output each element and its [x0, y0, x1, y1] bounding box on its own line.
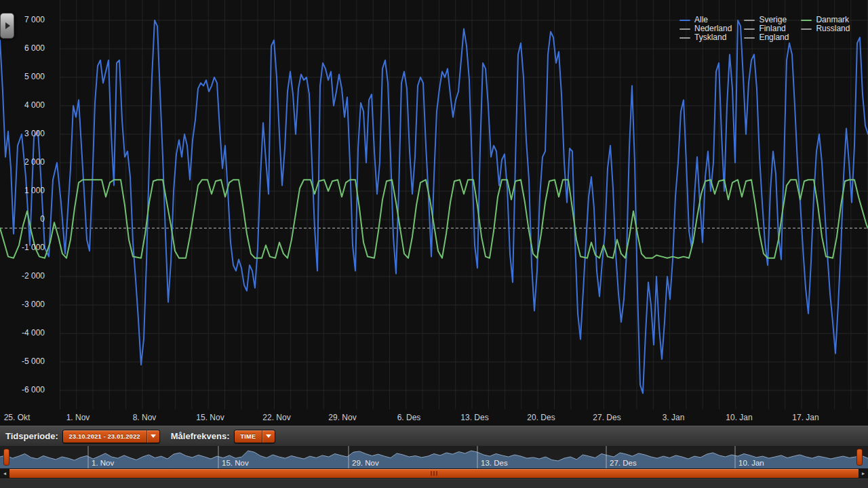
legend-item-england[interactable]: England — [744, 33, 789, 42]
y-axis-label: 1 000 — [0, 186, 45, 195]
y-axis-label: -2 000 — [0, 271, 45, 281]
footer-strip — [0, 479, 868, 488]
navigator-axis-label: 15. Nov — [222, 459, 249, 467]
legend-dash-icon — [801, 20, 812, 21]
navigator: 1. Nov15. Nov29. Nov13. Des27. Des10. Ja… — [0, 446, 868, 468]
legend-label: England — [759, 33, 789, 42]
x-axis-label: 17. Jan — [792, 413, 818, 422]
x-axis-label: 13. Des — [460, 413, 488, 422]
x-axis-label: 25. Okt — [4, 413, 31, 422]
x-axis-label: 1. Nov — [66, 413, 90, 422]
tidsperiode-value: 23.10.2021 - 23.01.2022 — [63, 430, 146, 443]
navigator-chart[interactable]: 1. Nov15. Nov29. Nov13. Des27. Des10. Ja… — [0, 446, 868, 468]
sidebar-expander-button[interactable] — [0, 13, 14, 39]
legend-item-tyskland[interactable]: Tyskland — [679, 33, 732, 42]
y-axis-label: -3 000 — [0, 300, 45, 309]
malefrekvens-label: Målefrekvens: — [171, 431, 230, 441]
series-alle[interactable] — [0, 20, 868, 393]
legend-label: Russland — [816, 24, 850, 33]
malefrekvens-value: TIME — [235, 430, 262, 443]
chevron-down-icon — [262, 430, 275, 443]
x-axis-label: 3. Jan — [663, 413, 685, 422]
legend-column: AlleNederlandTyskland — [679, 16, 732, 42]
y-axis-label: -1 000 — [0, 243, 45, 252]
x-axis-label: 8. Nov — [133, 413, 157, 422]
main-chart: 7 0006 0005 0004 0003 0002 0001 0000-1 0… — [0, 0, 868, 426]
legend-dash-icon — [744, 28, 755, 30]
toolbar: Tidsperiode: 23.10.2021 - 23.01.2022 Mål… — [0, 426, 868, 446]
navigator-handle-left[interactable] — [3, 449, 9, 466]
x-axis-label: 27. Des — [593, 413, 620, 422]
chevron-right-icon — [5, 22, 10, 29]
tidsperiode-dropdown[interactable]: 23.10.2021 - 23.01.2022 — [62, 430, 160, 443]
legend: AlleNederlandTysklandSverigeFinlandEngla… — [679, 16, 850, 42]
scrollbar-left-arrow-button[interactable]: ◂ — [0, 468, 9, 479]
legend-dash-icon — [679, 20, 690, 21]
y-axis-label: 2 000 — [0, 157, 45, 167]
y-axis-label: 3 000 — [0, 129, 45, 138]
y-axis-label: 5 000 — [0, 72, 45, 81]
navigator-axis-label: 13. Des — [481, 459, 508, 467]
navigator-axis-label: 10. Jan — [738, 459, 764, 467]
x-axis-label: 6. Des — [397, 413, 421, 422]
scrollbar-right-arrow-button[interactable]: ▸ — [859, 468, 868, 479]
x-axis-label: 22. Nov — [262, 413, 290, 422]
scrollbar: ◂ ▸ — [0, 468, 868, 479]
arrow-right-icon: ▸ — [862, 471, 865, 476]
y-axis-label: -5 000 — [0, 357, 45, 366]
x-axis-label: 10. Jan — [726, 413, 752, 422]
x-axis-label: 20. Des — [527, 413, 555, 422]
legend-label: Tyskland — [694, 33, 726, 42]
legend-item-russland[interactable]: Russland — [801, 24, 850, 33]
legend-dash-icon — [679, 37, 690, 39]
navigator-area — [0, 451, 868, 468]
navigator-axis-label: 1. Nov — [92, 459, 114, 467]
legend-dash-icon — [679, 28, 690, 30]
scrollbar-grip-icon — [433, 471, 435, 476]
y-axis-label: 0 — [0, 214, 45, 224]
legend-dash-icon — [744, 37, 755, 39]
y-axis-label: 4 000 — [0, 100, 45, 110]
navigator-axis-label: 29. Nov — [352, 459, 379, 467]
y-axis-label: 6 000 — [0, 43, 45, 53]
arrow-left-icon: ◂ — [3, 471, 6, 476]
malefrekvens-dropdown[interactable]: TIME — [234, 430, 276, 443]
scrollbar-thumb[interactable] — [9, 469, 859, 478]
tidsperiode-label: Tidsperiode: — [5, 431, 58, 441]
navigator-handle-right[interactable] — [856, 449, 863, 466]
chevron-down-icon — [146, 430, 159, 443]
x-axis-label: 15. Nov — [196, 413, 224, 422]
navigator-axis-label: 27. Des — [610, 459, 637, 467]
x-axis-label: 29. Nov — [328, 413, 356, 422]
scrollbar-grip-icon — [431, 471, 432, 476]
y-axis-label: -4 000 — [0, 328, 45, 338]
plot-area[interactable] — [0, 0, 868, 411]
legend-column: DanmarkRussland — [801, 16, 850, 42]
scrollbar-grip-icon — [436, 471, 437, 476]
legend-column: SverigeFinlandEngland — [744, 16, 789, 42]
y-axis-label: -6 000 — [0, 385, 45, 394]
legend-dash-icon — [744, 20, 755, 21]
legend-dash-icon — [801, 28, 812, 30]
